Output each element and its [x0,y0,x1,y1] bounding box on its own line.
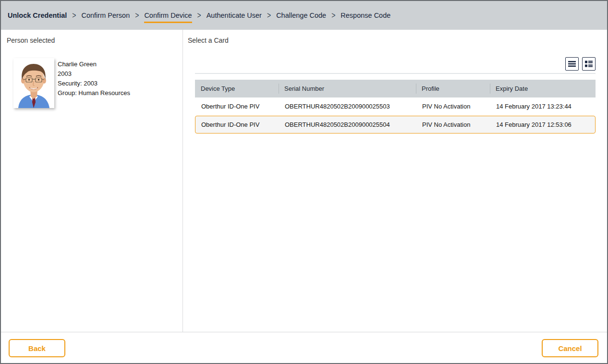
cell-serial-number: OBERTHUR4820502B200900025503 [279,103,416,110]
unlock-credential-window: Unlock Credential>Confirm Person>Confirm… [0,0,608,364]
details-view-button[interactable] [582,57,596,71]
cell-device-type: Oberthur ID-One PIV [195,121,279,128]
card-table-body: Oberthur ID-One PIVOBERTHUR4820502B20090… [195,97,596,133]
breadcrumb-step-confirm-device[interactable]: Confirm Device [144,12,192,19]
person-number: 2003 [58,69,130,79]
breadcrumb-separator-icon: > [135,11,139,20]
breadcrumb-separator-icon: > [331,11,335,20]
card-table: Device TypeSerial NumberProfileExpiry Da… [195,80,596,133]
breadcrumb-step-authenticate-user[interactable]: Authenticate User [207,12,262,19]
person-selected-panel: Person selected [1,30,182,332]
cell-expiry-date: 14 February 2017 12:53:06 [490,121,595,128]
person-group: Group: Human Resources [58,88,130,98]
cell-device-type: Oberthur ID-One PIV [195,103,279,110]
person-panel-title: Person selected [7,36,55,44]
footer-bar: Back Cancel [1,332,607,363]
person-info: Charlie Green 2003 Security: 2003 Group:… [58,60,130,98]
breadcrumb-separator-icon: > [72,11,76,20]
card-row-selected[interactable]: Oberthur ID-One PIVOBERTHUR4820502B20090… [195,116,596,133]
details-view-icon [584,60,593,68]
column-header-profile: Profile [416,80,490,97]
column-header-expiry-date: Expiry Date [490,80,596,97]
breadcrumb-step-confirm-person[interactable]: Confirm Person [81,12,130,19]
person-name: Charlie Green [58,60,130,69]
back-button[interactable]: Back [9,339,65,357]
person-security: Security: 2003 [58,79,130,88]
card-row[interactable]: Oberthur ID-One PIVOBERTHUR4820502B20090… [195,97,596,115]
cell-serial-number: OBERTHUR4820502B200900025504 [279,121,416,128]
list-view-icon [568,60,576,68]
toolbar-separator [195,73,596,74]
person-portrait-image [13,58,54,108]
column-header-serial-number: Serial Number [279,80,416,97]
breadcrumb: Unlock Credential>Confirm Person>Confirm… [1,1,607,30]
breadcrumb-step-challenge-code[interactable]: Challenge Code [276,12,326,19]
view-toolbar [565,57,596,71]
person-photo [13,58,54,108]
column-header-device-type: Device Type [195,80,279,97]
breadcrumb-separator-icon: > [197,11,201,20]
select-card-panel: Select a Card [183,30,607,332]
breadcrumb-step-response-code[interactable]: Response Code [340,12,390,19]
cancel-button[interactable]: Cancel [542,339,598,357]
card-panel-title: Select a Card [188,36,229,44]
card-table-header: Device TypeSerial NumberProfileExpiry Da… [195,80,596,97]
breadcrumb-separator-icon: > [267,11,271,20]
main-content: Person selected [1,30,607,332]
cell-profile: PIV No Activation [416,103,490,110]
breadcrumb-step-unlock-credential: Unlock Credential [8,12,67,19]
list-view-button[interactable] [565,57,579,71]
cell-profile: PIV No Activation [416,121,490,128]
cell-expiry-date: 14 February 2017 13:23:44 [490,103,595,110]
